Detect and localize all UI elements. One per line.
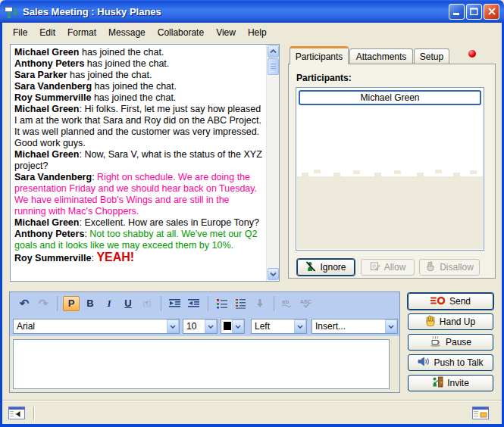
color-swatch <box>224 322 231 330</box>
chevron-down-icon[interactable] <box>294 319 306 333</box>
chevron-down-icon[interactable] <box>167 319 179 333</box>
chat-sender-name: Sara Vandenberg <box>14 81 92 92</box>
pause-button[interactable]: Pause <box>408 334 493 351</box>
selected-value: 10 <box>186 321 203 332</box>
push-to-talk-button[interactable]: Push to Talk <box>408 354 493 371</box>
window-layout-icon[interactable] <box>472 407 490 420</box>
menu-bar: FileEditFormatMessageCollaborateViewHelp <box>2 23 502 42</box>
scroll-up-button[interactable] <box>268 45 279 58</box>
insert-select[interactable]: Insert... <box>311 319 398 334</box>
autocorrect-icon: ab <box>280 296 296 311</box>
button-label: Ignore <box>320 262 346 273</box>
chat-sender-name: Sara Parker <box>14 70 67 80</box>
undo-icon[interactable]: ↶ <box>16 296 33 311</box>
hand-up-icon <box>426 315 436 329</box>
menu-item-message[interactable]: Message <box>102 25 152 40</box>
svg-text:ab: ab <box>282 298 289 305</box>
chat-message: Michael Green: Now, Sara V, what is the … <box>14 149 263 172</box>
chat-audio-icon[interactable] <box>8 407 27 420</box>
tab-setup[interactable]: Setup <box>414 48 449 64</box>
svg-text:ABC: ABC <box>300 299 311 304</box>
chat-messages: Michael Green has joined the chat.Anthon… <box>14 47 263 279</box>
menu-item-format[interactable]: Format <box>61 25 102 40</box>
maximize-button[interactable] <box>466 4 482 20</box>
chat-sender-name: Michael Green <box>14 149 79 160</box>
chat-history[interactable]: Michael Green has joined the chat.Anthon… <box>10 44 280 282</box>
push-to-talk-icon <box>418 357 430 369</box>
button-label: Push to Talk <box>434 357 483 368</box>
chevron-down-icon[interactable] <box>232 319 244 333</box>
close-button[interactable] <box>484 4 499 20</box>
minimize-button[interactable] <box>449 4 465 20</box>
scroll-down-button[interactable] <box>268 268 279 280</box>
glyph: (¶) <box>143 300 152 307</box>
menu-item-collaborate[interactable]: Collaborate <box>152 25 210 40</box>
sort-down-icon <box>252 296 268 311</box>
indent-decrease-icon[interactable] <box>186 296 202 311</box>
chat-message: Roy Summerville has joined the chat. <box>14 92 263 104</box>
chat-message: Sara Parker has joined the chat. <box>14 70 263 81</box>
button-label: Disallow <box>440 262 474 273</box>
font-color-select[interactable] <box>221 319 245 334</box>
chat-sender-name: Michael Green <box>14 47 79 58</box>
tab-attachments[interactable]: Attachments <box>349 48 413 64</box>
chat-message-text: YEAH! <box>96 251 134 263</box>
message-input[interactable] <box>13 339 390 389</box>
invite-icon <box>432 376 443 390</box>
pause-icon <box>430 335 442 349</box>
toolbar-separator <box>208 296 208 311</box>
chat-window: Sales Meeting : Husky Planes FileEditFor… <box>0 0 504 427</box>
chat-message: Michael Green: Hi folks. First, let me j… <box>14 104 263 149</box>
window-border-left <box>0 23 2 427</box>
font-size-select[interactable]: 10 <box>183 319 218 334</box>
status-separator <box>33 407 35 420</box>
ignore-icon <box>305 261 317 274</box>
chevron-down-icon[interactable] <box>385 319 397 333</box>
font-family-select[interactable]: Arial <box>13 319 180 334</box>
allow-button: Allow <box>361 259 415 276</box>
toolbar-separator <box>57 296 58 311</box>
ignore-button[interactable]: Ignore <box>297 259 355 276</box>
format-zone: ↶↷PBIU(¶)abABC Arial10LeftInsert... <box>10 292 399 336</box>
bold-icon[interactable]: B <box>82 296 99 311</box>
italic-icon[interactable]: I <box>101 296 117 311</box>
selected-value: Arial <box>17 321 165 332</box>
invite-button[interactable]: Invite <box>408 375 493 391</box>
disallow-button: Disallow <box>419 259 480 276</box>
chat-sender-name: Anthony Peters <box>14 58 84 69</box>
indent-increase-icon[interactable] <box>167 296 183 311</box>
undo-glyph: ↶ <box>20 298 30 309</box>
minimize-icon <box>453 5 461 18</box>
selected-value: Left <box>255 321 293 332</box>
paragraph-style-icon[interactable]: P <box>63 296 80 311</box>
tab-participants[interactable]: Participants <box>290 46 349 64</box>
send-button[interactable]: Send <box>408 293 493 310</box>
participants-list[interactable]: Michael Green <box>296 87 484 251</box>
button-label: Send <box>449 296 471 307</box>
redo-icon: ↷ <box>35 296 52 311</box>
participant-item[interactable]: Michael Green <box>299 90 481 105</box>
compose-area: ↶↷PBIU(¶)abABC Arial10LeftInsert... <box>9 291 400 393</box>
toolbar-separator <box>274 296 274 311</box>
glyph: U <box>124 298 131 309</box>
titlebar[interactable]: Sales Meeting : Husky Planes <box>0 0 504 23</box>
plain-text-icon: (¶) <box>139 296 155 311</box>
chat-message: Michael Green: Excellent. How are sales … <box>14 217 263 229</box>
menu-item-help[interactable]: Help <box>242 25 273 40</box>
menu-item-file[interactable]: File <box>7 25 33 40</box>
selected-value: Insert... <box>315 321 383 332</box>
chat-sender-name: Michael Green <box>14 217 79 228</box>
underline-icon[interactable]: U <box>120 296 136 311</box>
hand-up-button[interactable]: Hand Up <box>408 313 493 330</box>
maximize-icon <box>470 5 478 18</box>
chat-scrollbar[interactable] <box>266 45 279 281</box>
alignment-select[interactable]: Left <box>251 319 307 334</box>
menu-item-edit[interactable]: Edit <box>33 25 61 40</box>
bulleted-list-icon[interactable] <box>214 296 230 311</box>
chat-sender-name: Roy Summerville <box>14 253 91 263</box>
chevron-down-icon[interactable] <box>205 319 217 333</box>
numbered-list-icon[interactable] <box>233 296 249 311</box>
scroll-thumb[interactable] <box>268 58 279 75</box>
app-icon <box>5 5 19 18</box>
menu-item-view[interactable]: View <box>210 25 242 40</box>
